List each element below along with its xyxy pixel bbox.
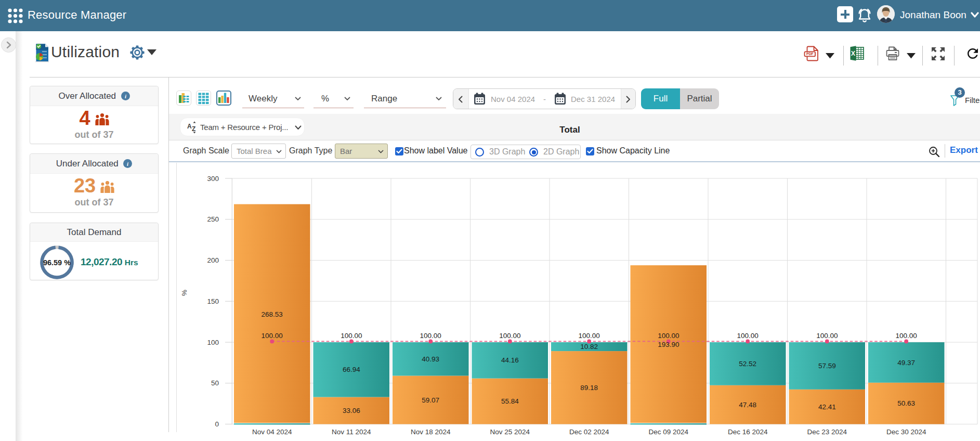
svg-text:X: X: [851, 50, 856, 57]
svg-text:44.16: 44.16: [501, 356, 519, 364]
svg-text:50.63: 50.63: [897, 399, 915, 407]
svg-text:33.06: 33.06: [343, 407, 360, 414]
svg-text:100.00: 100.00: [420, 332, 441, 340]
svg-text:Dec 02 2024: Dec 02 2024: [569, 428, 609, 436]
svg-text:89.18: 89.18: [580, 384, 598, 392]
svg-text:100.00: 100.00: [658, 332, 679, 340]
svg-text:250: 250: [207, 215, 219, 223]
svg-text:100.00: 100.00: [816, 332, 838, 340]
svg-text:55.84: 55.84: [501, 397, 519, 405]
svg-text:100.00: 100.00: [737, 332, 759, 340]
svg-text:42.41: 42.41: [818, 403, 836, 411]
svg-text:Dec 09 2024: Dec 09 2024: [649, 428, 689, 436]
svg-text:57.59: 57.59: [818, 362, 836, 370]
svg-text:A: A: [187, 123, 192, 130]
svg-text:100.00: 100.00: [896, 332, 917, 340]
svg-text:200: 200: [207, 256, 219, 264]
svg-text:Nov 11 2024: Nov 11 2024: [332, 428, 371, 436]
svg-text:150: 150: [207, 297, 219, 305]
svg-text:Nov 25 2024: Nov 25 2024: [490, 428, 530, 436]
svg-text:10.82: 10.82: [580, 343, 598, 351]
svg-text:300: 300: [207, 175, 219, 183]
svg-text:268.53: 268.53: [262, 310, 283, 318]
svg-text:59.07: 59.07: [422, 396, 439, 404]
svg-text:100.00: 100.00: [341, 332, 362, 340]
svg-text:PDF: PDF: [806, 52, 814, 56]
svg-text:52.52: 52.52: [739, 360, 756, 368]
svg-text:193.90: 193.90: [658, 341, 679, 348]
svg-text:47.48: 47.48: [739, 401, 756, 409]
svg-text:50: 50: [211, 379, 219, 387]
svg-text:Dec 30 2024: Dec 30 2024: [886, 428, 926, 436]
svg-text:100.00: 100.00: [262, 332, 283, 340]
svg-text:96.59 %: 96.59 %: [43, 258, 71, 267]
svg-text:40.93: 40.93: [422, 355, 439, 363]
svg-text:Nov 18 2024: Nov 18 2024: [411, 428, 451, 436]
svg-text:%: %: [180, 290, 188, 296]
svg-text:Z: Z: [192, 125, 195, 133]
svg-text:66.94: 66.94: [343, 366, 360, 373]
svg-text:100.00: 100.00: [579, 332, 600, 340]
svg-text:Nov 04 2024: Nov 04 2024: [252, 428, 292, 436]
svg-text:Dec 16 2024: Dec 16 2024: [728, 428, 768, 436]
svg-text:100.00: 100.00: [499, 332, 520, 340]
svg-text:49.37: 49.37: [897, 359, 915, 367]
svg-text:Dec 23 2024: Dec 23 2024: [807, 428, 847, 436]
svg-text:0: 0: [215, 420, 219, 428]
svg-text:100: 100: [207, 339, 219, 346]
